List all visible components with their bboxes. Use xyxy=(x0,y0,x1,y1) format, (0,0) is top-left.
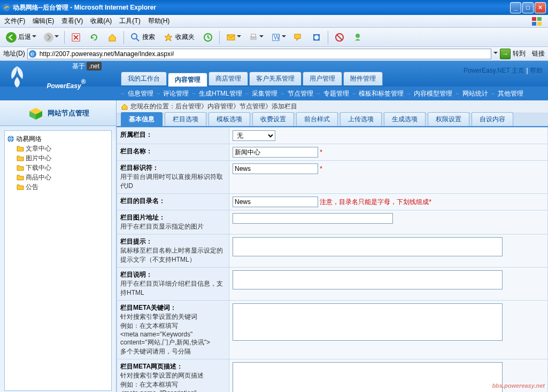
menu-fav[interactable]: 收藏(A) xyxy=(90,17,112,26)
submenu-info[interactable]: 信息管理 xyxy=(128,89,153,98)
meta-desc-textarea[interactable] xyxy=(233,362,503,392)
browser-toolbar: 后退 搜索 收藏夹 W xyxy=(0,28,548,47)
tab-attach-mgmt[interactable]: 附件管理 xyxy=(343,72,383,85)
name-input[interactable] xyxy=(233,147,318,158)
svg-rect-13 xyxy=(251,34,256,37)
mail-button[interactable] xyxy=(223,30,243,45)
menu-help[interactable]: 帮助(H) xyxy=(148,17,170,26)
tree-item[interactable]: 商品中心 xyxy=(17,173,109,182)
messenger-button[interactable] xyxy=(350,30,366,45)
folder-icon xyxy=(17,154,24,162)
submenu-html[interactable]: 生成HTML管理 xyxy=(199,89,242,98)
belong-select[interactable]: 无 xyxy=(233,130,275,141)
close-button[interactable]: × xyxy=(535,2,546,13)
box-icon xyxy=(27,105,44,122)
edit-button[interactable]: W xyxy=(268,30,288,45)
label-image: 栏目图片地址： xyxy=(120,214,165,221)
menu-edit[interactable]: 编辑(E) xyxy=(33,17,54,26)
address-dropdown[interactable] xyxy=(493,52,498,56)
svg-point-21 xyxy=(356,34,360,38)
svg-point-18 xyxy=(314,35,319,40)
forward-button[interactable] xyxy=(41,30,61,45)
tab-user-mgmt[interactable]: 用户管理 xyxy=(303,72,342,85)
svg-point-0 xyxy=(3,4,10,11)
homepage-link[interactable]: PowerEasy.NET 主页 xyxy=(464,67,524,74)
window-titlebar: 动易网络--后台管理 - Microsoft Internet Explorer… xyxy=(0,0,548,15)
refresh-button[interactable] xyxy=(86,30,102,45)
tab-shop-mgmt[interactable]: 商店管理 xyxy=(209,72,248,85)
tree-root[interactable]: 动易网络 xyxy=(7,134,109,144)
home-button[interactable] xyxy=(104,30,120,45)
dirname-input[interactable] xyxy=(233,197,318,207)
home-icon xyxy=(121,103,128,111)
sub-tabs: 基本信息 栏目选项 模板选项 收费设置 前台样式 上传选项 生成选项 权限设置 … xyxy=(117,113,548,127)
svg-point-6 xyxy=(44,33,53,42)
tab-content-mgmt[interactable]: 内容管理 xyxy=(168,73,207,87)
submenu-comment[interactable]: 评论管理 xyxy=(163,89,189,98)
submenu-template[interactable]: 模板和标签管理 xyxy=(359,89,404,98)
subtab-generate[interactable]: 生成选项 xyxy=(384,112,426,126)
go-button[interactable]: → xyxy=(500,49,511,59)
address-input[interactable] xyxy=(27,49,491,59)
tab-workbench[interactable]: 我的工作台 xyxy=(121,72,167,85)
menu-view[interactable]: 查看(V) xyxy=(61,17,83,26)
subtab-custom[interactable]: 自设内容 xyxy=(472,112,513,126)
identifier-input[interactable] xyxy=(233,163,318,174)
subtab-basic[interactable]: 基本信息 xyxy=(121,112,163,126)
submenu-topic[interactable]: 专题管理 xyxy=(323,89,349,98)
label-dirname: 栏目的目录名： xyxy=(120,197,165,205)
maximize-button[interactable]: □ xyxy=(522,2,534,13)
app-header: 基于 .net PowerEasy® 我的工作台 内容管理 商店管理 客户关系管… xyxy=(0,61,548,87)
sidebar: 网站节点管理 动易网络 文章中心 图片中心 下载中心 商品中心 公告 xyxy=(0,100,117,392)
back-button[interactable]: 后退 xyxy=(3,30,38,45)
tree-item[interactable]: 文章中心 xyxy=(17,144,109,153)
block-button[interactable] xyxy=(331,30,348,45)
intro-textarea[interactable] xyxy=(233,270,503,289)
subtab-charge[interactable]: 收费设置 xyxy=(252,112,294,126)
image-input[interactable] xyxy=(233,213,393,224)
tree-item[interactable]: 下载中心 xyxy=(17,163,109,173)
submenu-model[interactable]: 内容模型管理 xyxy=(414,89,452,98)
links-label[interactable]: 链接 xyxy=(532,49,545,58)
menubar: 文件(F) 编辑(E) 查看(V) 收藏(A) 工具(T) 帮助(H) xyxy=(0,15,548,28)
favorites-button[interactable]: 收藏夹 xyxy=(160,30,198,45)
stop-button[interactable] xyxy=(68,30,84,45)
tree-item[interactable]: 公告 xyxy=(17,182,109,192)
form-table: 所属栏目： 无 栏目名称： * 栏目标识符：用于前台调用时可以直接用标识符取代I… xyxy=(117,127,548,392)
print-button[interactable] xyxy=(245,30,266,45)
form-area: 所属栏目： 无 栏目名称： * 栏目标识符：用于前台调用时可以直接用标识符取代I… xyxy=(117,127,548,392)
search-button[interactable]: 搜索 xyxy=(127,30,158,45)
submenu-stats[interactable]: 网站统计 xyxy=(462,89,488,98)
minimize-button[interactable]: _ xyxy=(510,2,521,13)
subtab-upload[interactable]: 上传选项 xyxy=(340,112,382,126)
svg-rect-3 xyxy=(532,22,536,26)
discuss-button[interactable] xyxy=(290,30,306,45)
address-bar: 地址(D) e → 转到 链接 xyxy=(0,47,548,61)
workspace: 网站节点管理 动易网络 文章中心 图片中心 下载中心 商品中心 公告 您现在的位… xyxy=(0,100,548,392)
menu-tools[interactable]: 工具(T) xyxy=(119,17,140,26)
go-label: 转到 xyxy=(513,49,526,58)
meta-kw-textarea[interactable] xyxy=(233,303,503,341)
history-button[interactable] xyxy=(200,30,216,45)
submenu-collect[interactable]: 采集管理 xyxy=(252,89,277,98)
tab-crm[interactable]: 客户关系管理 xyxy=(249,72,302,85)
subtab-style[interactable]: 前台样式 xyxy=(296,112,338,126)
tip-textarea[interactable] xyxy=(233,237,503,256)
watermark: bbs.powereasy.net xyxy=(492,382,545,389)
window-title: 动易网络--后台管理 - Microsoft Internet Explorer xyxy=(13,3,509,12)
menu-file[interactable]: 文件(F) xyxy=(4,17,25,26)
svg-rect-1 xyxy=(532,17,536,21)
tree-item[interactable]: 图片中心 xyxy=(17,153,109,163)
subtab-permission[interactable]: 权限设置 xyxy=(428,112,469,126)
submenu-node[interactable]: 节点管理 xyxy=(288,89,313,98)
sidebar-title: 网站节点管理 xyxy=(48,108,89,118)
label-meta-desc: 栏目META网页描述： xyxy=(120,363,183,370)
label-belong: 所属栏目： xyxy=(120,131,152,138)
label-intro: 栏目说明： xyxy=(120,271,152,278)
subtab-options[interactable]: 栏目选项 xyxy=(165,112,206,126)
subtab-template[interactable]: 模板选项 xyxy=(209,112,250,126)
research-button[interactable] xyxy=(308,30,325,45)
help-link[interactable]: 帮助 xyxy=(530,67,543,74)
sidebar-header: 网站节点管理 xyxy=(0,100,116,126)
submenu-other[interactable]: 其他管理 xyxy=(498,89,523,98)
